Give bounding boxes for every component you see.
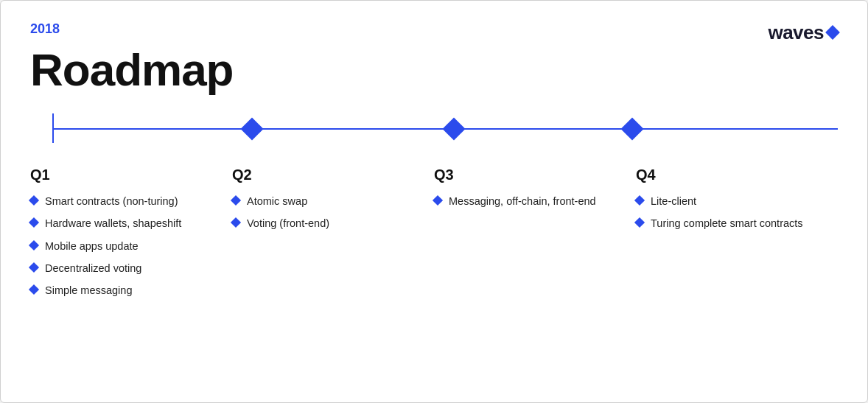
q1-label: Q1 xyxy=(30,167,225,183)
item-text: Hardware wallets, shapeshift xyxy=(45,216,225,231)
header: 2018 waves xyxy=(30,21,838,44)
list-item: Mobile apps update xyxy=(30,239,225,253)
item-text: Smart contracts (non-turing) xyxy=(45,194,225,208)
quarter-q1: Q1 Smart contracts (non-turing) Hardware… xyxy=(30,167,232,305)
list-item: Messaging, off-chain, front-end xyxy=(434,194,629,208)
item-text: Simple messaging xyxy=(45,283,225,298)
logo: waves xyxy=(768,21,838,44)
page-title: Roadmap xyxy=(30,47,838,93)
bullet-icon xyxy=(231,217,241,228)
quarter-q2: Q2 Atomic swap Voting (front-end) xyxy=(232,167,434,305)
item-text: Mobile apps update xyxy=(45,239,225,253)
year-label: 2018 xyxy=(30,21,60,37)
list-item: Smart contracts (non-turing) xyxy=(30,194,225,208)
item-text: Voting (front-end) xyxy=(247,216,427,231)
q3-label: Q3 xyxy=(434,167,629,183)
list-item: Hardware wallets, shapeshift xyxy=(30,216,225,231)
bullet-icon xyxy=(29,217,39,228)
timeline-tick xyxy=(52,113,54,143)
item-text: Atomic swap xyxy=(247,194,427,208)
bullet-icon xyxy=(29,262,39,273)
quarters-container: Q1 Smart contracts (non-turing) Hardware… xyxy=(30,167,838,305)
quarter-q3: Q3 Messaging, off-chain, front-end xyxy=(434,167,636,305)
q4-marker xyxy=(620,117,643,140)
bullet-icon xyxy=(433,195,443,206)
roadmap-card: 2018 waves Roadmap Q1 Smart contracts (n… xyxy=(0,0,868,403)
list-item: Simple messaging xyxy=(30,283,225,298)
bullet-icon xyxy=(231,195,241,206)
q4-label: Q4 xyxy=(636,167,830,183)
q3-marker xyxy=(443,117,466,140)
bullet-icon xyxy=(634,217,645,228)
bullet-icon xyxy=(29,284,39,295)
bullet-icon xyxy=(29,195,39,206)
logo-diamond-icon xyxy=(825,25,840,40)
list-item: Voting (front-end) xyxy=(232,216,427,231)
item-text: Messaging, off-chain, front-end xyxy=(449,194,629,208)
list-item: Lite-client xyxy=(636,194,830,208)
q2-label: Q2 xyxy=(232,167,427,183)
item-text: Decentralized voting xyxy=(45,261,225,276)
bullet-icon xyxy=(29,240,39,250)
item-text: Lite-client xyxy=(651,194,830,208)
list-item: Decentralized voting xyxy=(30,261,225,276)
timeline xyxy=(30,106,838,150)
quarter-q4: Q4 Lite-client Turing complete smart con… xyxy=(636,167,838,305)
bullet-icon xyxy=(634,195,645,206)
list-item: Turing complete smart contracts xyxy=(636,216,830,231)
item-text: Turing complete smart contracts xyxy=(651,216,830,231)
list-item: Atomic swap xyxy=(232,194,427,208)
q2-marker xyxy=(241,117,264,140)
logo-text: waves xyxy=(768,21,824,44)
